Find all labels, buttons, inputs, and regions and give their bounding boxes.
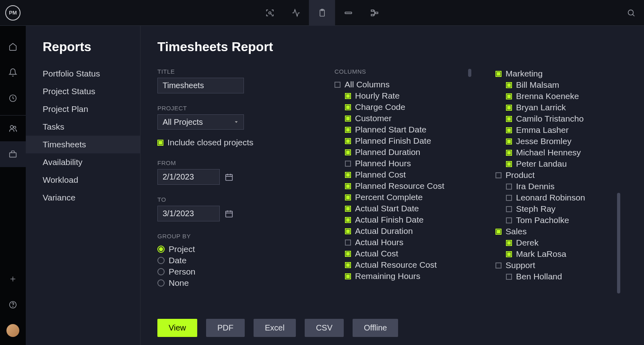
member-label: Bryan Larrick [516,103,566,112]
member-checkbox[interactable]: Leonard Robinson [495,192,620,203]
report-item-workload[interactable]: Workload [26,171,140,189]
groupby-option-project[interactable]: Project [157,244,310,255]
member-checkbox[interactable]: Brenna Koeneke [495,91,620,102]
column-checkbox[interactable]: Planned Hours [334,158,471,169]
column-checkbox[interactable]: Actual Resource Cost [334,259,471,271]
excel-button[interactable]: Excel [254,319,296,337]
help-icon[interactable] [0,292,26,318]
logo[interactable]: PM [0,0,26,26]
member-checkbox[interactable]: Tom Pacholke [495,215,620,226]
title-input[interactable] [157,78,244,93]
member-checkbox[interactable]: Mark LaRosa [495,248,620,260]
scan-icon[interactable] [257,0,283,26]
member-label: Mark LaRosa [516,249,566,259]
title-label: TITLE [157,68,310,75]
column-checkbox[interactable]: Actual Hours [334,237,471,248]
scrollbar[interactable] [468,68,471,309]
member-checkbox[interactable]: Peter Landau [495,158,620,169]
column-checkbox[interactable]: Remaining Hours [334,271,471,282]
report-item-project-plan[interactable]: Project Plan [26,100,140,118]
member-checkbox[interactable]: Michael Hennesy [495,147,620,158]
team-checkbox[interactable]: Marketing [495,68,620,79]
member-checkbox[interactable]: Bryan Larrick [495,102,620,113]
clock-icon[interactable] [0,85,26,111]
checkbox-icon [506,127,512,133]
member-checkbox[interactable]: Bill Malsam [495,79,620,91]
column-checkbox[interactable]: Planned Cost [334,169,471,180]
column-checkbox[interactable]: Charge Code [334,101,471,113]
add-icon[interactable] [0,266,26,292]
report-item-availability[interactable]: Availability [26,153,140,171]
all-columns-label: All Columns [345,80,390,89]
sidebar-narrow [0,26,26,345]
flow-icon[interactable] [361,0,388,26]
column-checkbox[interactable]: Planned Finish Date [334,135,471,147]
column-label: Charge Code [355,102,405,112]
member-checkbox[interactable]: Derek [495,237,620,248]
checkbox-icon [345,251,351,257]
column-checkbox[interactable]: Hourly Rate [334,90,471,101]
report-item-portfolio-status[interactable]: Portfolio Status [26,65,140,83]
column-checkbox[interactable]: Actual Start Date [334,203,471,214]
member-checkbox[interactable]: Ben Holland [495,271,620,282]
from-input[interactable] [157,169,220,185]
radio-label: Person [169,267,196,277]
project-select[interactable]: All Projects [157,114,244,130]
team-checkbox[interactable]: Product [495,169,620,181]
checkbox-icon [495,262,502,269]
column-checkbox[interactable]: Actual Duration [334,225,471,237]
checkbox-icon [345,127,351,133]
report-item-timesheets[interactable]: Timesheets [26,136,140,153]
team-checkbox[interactable]: Support [495,260,620,271]
calendar-icon[interactable] [225,173,233,182]
report-item-tasks[interactable]: Tasks [26,118,140,136]
checkbox-icon [506,161,512,167]
clipboard-icon[interactable] [309,0,335,26]
calendar-icon[interactable] [225,209,233,218]
column-label: Actual Cost [355,249,398,258]
pdf-button[interactable]: PDF [206,319,245,337]
activity-icon[interactable] [283,0,309,26]
scrollbar[interactable] [617,68,620,309]
checkbox-icon [506,82,512,88]
briefcase-icon[interactable] [0,141,26,167]
column-checkbox[interactable]: Percent Complete [334,192,471,203]
scrollbar-thumb[interactable] [617,193,620,293]
row-icon[interactable] [335,0,361,26]
checkbox-icon [157,140,163,146]
avatar[interactable] [6,324,19,337]
groupby-option-none[interactable]: None [157,277,310,289]
report-item-project-status[interactable]: Project Status [26,83,140,100]
column-checkbox[interactable]: Actual Finish Date [334,214,471,225]
csv-button[interactable]: CSV [305,319,344,337]
column-checkbox[interactable]: Actual Cost [334,248,471,259]
notifications-icon[interactable] [0,60,26,85]
column-checkbox[interactable]: Customer [334,113,471,124]
member-checkbox[interactable]: Steph Ray [495,203,620,215]
member-checkbox[interactable]: Ira Dennis [495,181,620,192]
report-item-variance[interactable]: Variance [26,189,140,207]
column-checkbox[interactable]: Planned Resource Cost [334,180,471,192]
search-icon[interactable] [618,0,644,26]
team-checkbox[interactable]: Sales [495,226,620,237]
member-checkbox[interactable]: Jesse Bromley [495,136,620,147]
include-closed-checkbox[interactable]: Include closed projects [157,137,310,148]
member-checkbox[interactable]: Camilo Tristancho [495,113,620,124]
scrollbar-thumb[interactable] [468,69,471,77]
column-checkbox[interactable]: Planned Start Date [334,124,471,135]
column-label: Planned Start Date [355,125,426,134]
groupby-option-date[interactable]: Date [157,255,310,266]
to-input[interactable] [157,206,220,221]
radio-label: Date [169,256,186,265]
radio-label: None [169,278,189,288]
form-col-settings: TITLE PROJECT All Projects Include close… [157,68,310,309]
home-icon[interactable] [0,34,26,60]
offline-button[interactable]: Offline [353,319,398,337]
member-checkbox[interactable]: Emma Lasher [495,124,620,136]
people-icon[interactable] [0,116,26,141]
checkbox-icon [506,206,512,212]
view-button[interactable]: View [157,319,197,337]
groupby-option-person[interactable]: Person [157,266,310,277]
all-columns-checkbox[interactable]: All Columns [334,79,471,90]
column-checkbox[interactable]: Planned Duration [334,147,471,158]
